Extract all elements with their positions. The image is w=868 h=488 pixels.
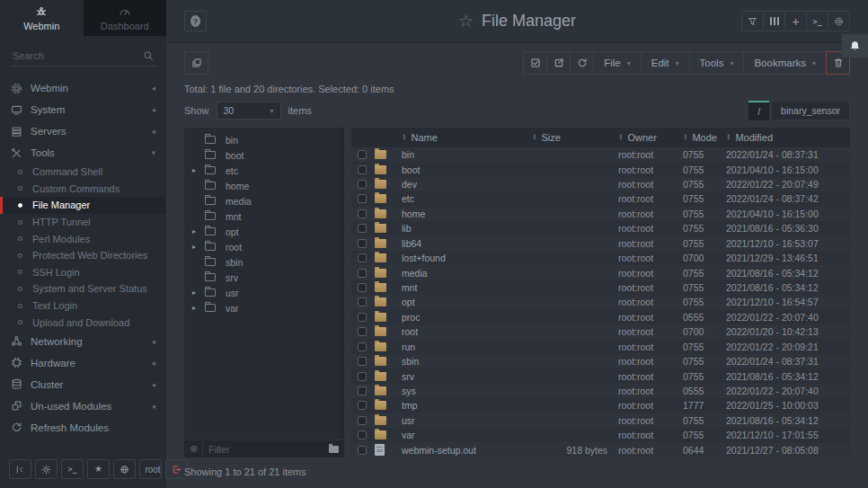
table-row[interactable]: optroot:root07552021/12/10 - 16:54:57	[351, 295, 850, 309]
tree-item-usr[interactable]: ▸usr	[184, 285, 344, 300]
folder-select-icon[interactable]	[329, 446, 339, 453]
row-checkbox[interactable]	[358, 150, 367, 159]
settings-button[interactable]	[828, 11, 850, 31]
select-button[interactable]	[523, 51, 547, 75]
table-row[interactable]: etcroot:root07552022/01/24 - 08:37:42	[351, 191, 850, 206]
sidebar-subitem-perl-modules[interactable]: Perl Modules	[0, 230, 166, 247]
table-row[interactable]: binroot:root07552022/01/24 - 08:37:31	[351, 147, 850, 162]
row-checkbox[interactable]	[358, 224, 367, 233]
refresh-button[interactable]	[570, 51, 594, 75]
favorite-star-icon[interactable]: ☆	[458, 11, 474, 31]
sidebar-item-system[interactable]: System◂	[0, 99, 166, 120]
table-row[interactable]: libroot:root07552021/08/16 - 05:36:30	[351, 221, 850, 235]
sidebar-item-cluster[interactable]: Cluster◂	[0, 374, 166, 395]
sidebar-item-hardware[interactable]: Hardware◂	[0, 352, 166, 374]
row-checkbox[interactable]	[358, 357, 367, 366]
row-checkbox[interactable]	[358, 180, 367, 189]
table-row[interactable]: mntroot:root07552021/08/16 - 05:34:12	[351, 280, 850, 295]
tree-item-sbin[interactable]: sbin	[184, 254, 344, 270]
table-row[interactable]: sbinroot:root07552022/01/24 - 08:37:31	[351, 354, 850, 368]
chevron-right-icon[interactable]: ▸	[192, 227, 205, 235]
theme-button[interactable]	[35, 459, 58, 479]
chevron-right-icon[interactable]: ▸	[192, 288, 205, 297]
filter-input[interactable]	[202, 442, 324, 456]
column-header-name[interactable]: Name	[402, 132, 532, 143]
row-checkbox[interactable]	[358, 313, 367, 322]
table-row[interactable]: sysroot:root05552022/01/22 - 20:07:40	[351, 384, 850, 398]
chevron-right-icon[interactable]: ▸	[192, 304, 205, 312]
column-header-size[interactable]: Size	[532, 132, 618, 143]
row-checkbox[interactable]	[358, 269, 367, 278]
row-checkbox[interactable]	[358, 327, 367, 336]
table-row[interactable]: srvroot:root07552021/08/16 - 05:34:12	[351, 368, 850, 383]
sidebar-subitem-ssh-login[interactable]: SSH Login	[0, 264, 166, 281]
tree-item-mnt[interactable]: mnt	[184, 209, 344, 224]
sidebar-subitem-upload-and-download[interactable]: Upload and Download	[0, 314, 166, 331]
path-root-button[interactable]: /	[748, 101, 769, 120]
sidebar-item-networking[interactable]: Networking◂	[0, 331, 166, 352]
show-items-select[interactable]: 30 ▾	[217, 102, 281, 120]
notifications-button[interactable]	[842, 34, 868, 58]
column-header-modified[interactable]: Modified	[726, 132, 850, 143]
row-checkbox[interactable]	[358, 239, 367, 248]
sidebar-item-servers[interactable]: Servers◂	[0, 120, 166, 142]
tree-item-opt[interactable]: ▸opt	[184, 224, 344, 239]
sort-icon[interactable]	[532, 134, 536, 140]
table-row[interactable]: varroot:root07552021/12/10 - 17:01:55	[351, 428, 850, 442]
tree-item-bin[interactable]: bin	[184, 132, 344, 147]
table-row[interactable]: lost+foundroot:root07002021/12/29 - 13:4…	[351, 251, 850, 265]
row-checkbox[interactable]	[358, 416, 367, 425]
filter-button[interactable]	[741, 11, 764, 31]
clear-filter-icon[interactable]: ⊗	[190, 443, 198, 455]
menu-edit[interactable]: Edit▾	[641, 51, 690, 75]
menu-tools[interactable]: Tools▾	[689, 51, 745, 75]
sidebar-item-webmin[interactable]: Webmin◂	[0, 77, 166, 99]
row-checkbox[interactable]	[358, 386, 367, 395]
row-checkbox[interactable]	[358, 297, 367, 306]
sidebar-item-refresh-modules[interactable]: Refresh Modules	[0, 417, 166, 439]
menu-file[interactable]: File▾	[593, 51, 642, 75]
row-checkbox[interactable]	[358, 342, 367, 351]
row-checkbox[interactable]	[358, 401, 367, 410]
sidebar-tab-webmin[interactable]: Webmin	[0, 0, 84, 36]
tree-item-var[interactable]: ▸var	[184, 300, 344, 315]
table-row[interactable]: webmin-setup.out918 bytesroot:root064420…	[351, 442, 850, 457]
row-checkbox[interactable]	[358, 253, 367, 262]
sort-icon[interactable]	[726, 134, 731, 140]
row-checkbox[interactable]	[358, 430, 367, 439]
row-checkbox[interactable]	[358, 165, 367, 174]
table-row[interactable]: procroot:root05552022/01/22 - 20:07:40	[351, 310, 850, 324]
sort-icon[interactable]	[402, 134, 406, 140]
help-button[interactable]: ?	[184, 11, 207, 31]
sidebar-item-tools[interactable]: Tools▾	[0, 142, 166, 164]
export-button[interactable]	[546, 51, 571, 75]
table-row[interactable]: mediaroot:root07552021/08/16 - 05:34:12	[351, 265, 850, 279]
panels-button[interactable]	[184, 51, 208, 75]
table-row[interactable]: devroot:root07552022/01/22 - 20:07:49	[351, 177, 850, 191]
table-row[interactable]: homeroot:root07552021/04/10 - 16:15:00	[351, 207, 850, 221]
language-button[interactable]	[113, 459, 136, 479]
row-checkbox[interactable]	[358, 209, 367, 218]
row-checkbox[interactable]	[358, 283, 367, 292]
sort-icon[interactable]	[618, 134, 623, 140]
sort-icon[interactable]	[683, 134, 687, 140]
sidebar-item-un-used-modules[interactable]: Un-used Modules◂	[0, 395, 166, 417]
table-row[interactable]: rootroot:root07002022/01/20 - 10:42:13	[351, 324, 850, 339]
search-input[interactable]	[11, 45, 155, 67]
table-row[interactable]: lib64root:root07552021/12/10 - 16:53:07	[351, 236, 850, 251]
column-header-owner[interactable]: Owner	[618, 132, 683, 143]
table-row[interactable]: usrroot:root07552021/08/16 - 05:34:12	[351, 413, 850, 428]
sidebar-subitem-http-tunnel[interactable]: HTTP Tunnel	[0, 214, 166, 231]
sidebar-subitem-text-login[interactable]: Text Login	[0, 297, 166, 315]
menu-bookmarks[interactable]: Bookmarks▾	[743, 51, 827, 75]
tree-item-media[interactable]: media	[184, 193, 344, 209]
add-button[interactable]: +	[784, 11, 807, 31]
processes-button[interactable]	[763, 11, 785, 31]
table-row[interactable]: bootroot:root07552021/04/10 - 16:15:00	[351, 162, 850, 176]
tree-item-srv[interactable]: srv	[184, 270, 344, 285]
favorites-button[interactable]: ★	[87, 459, 110, 479]
chevron-right-icon[interactable]: ▸	[192, 166, 205, 174]
terminal-button[interactable]: >_	[61, 459, 84, 479]
sidebar-subitem-custom-commands[interactable]: Custom Commands	[0, 181, 166, 198]
table-row[interactable]: tmproot:root17772022/01/25 - 10:00:03	[351, 398, 850, 413]
